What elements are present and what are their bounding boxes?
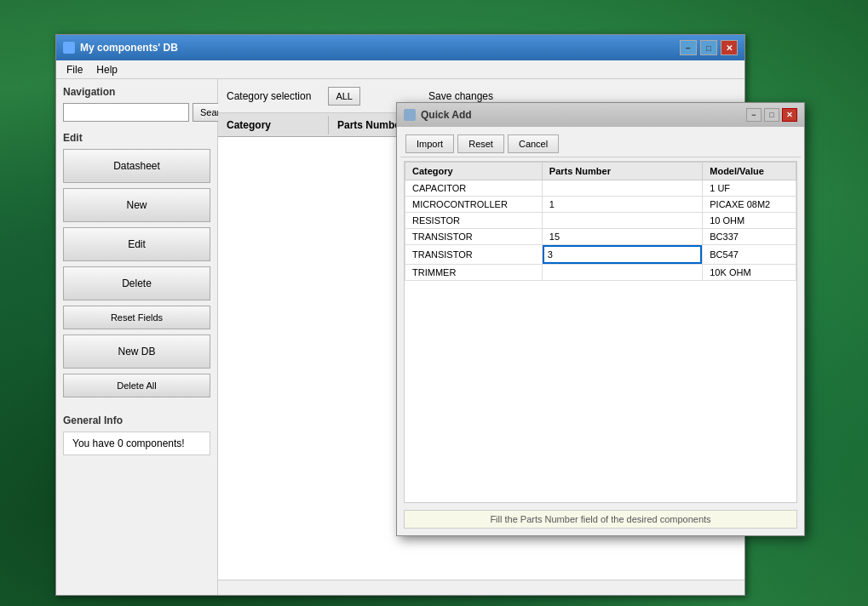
cell-category: TRANSISTOR [405,229,543,245]
hint-text: Fill the Parts Number field of the desir… [404,510,797,529]
cell-category: CAPACITOR [405,180,543,197]
cell-category: MICROCONTROLLER [405,197,543,213]
cell-parts-number [542,213,702,229]
all-button[interactable]: ALL [328,87,360,106]
table-row: TRANSISTORBC547 [405,245,796,265]
cell-model-value: PICAXE 08M2 [703,197,796,213]
cell-category: TRIMMER [405,265,543,281]
main-window-controls: − □ ✕ [680,40,738,55]
general-info-title: General Info [63,414,210,426]
modal-col-parts-number: Parts Number [542,163,702,180]
datasheet-button[interactable]: Datasheet [63,149,210,183]
cell-model-value: BC547 [703,245,796,265]
edit-button[interactable]: Edit [63,227,210,261]
category-selection-label: Category selection [227,90,311,102]
modal-window-icon [404,109,416,121]
modal-controls: − □ ✕ [746,108,797,122]
search-row: Search [63,103,210,122]
maximize-button[interactable]: □ [700,40,717,55]
cell-category: TRANSISTOR [405,245,543,265]
component-count-info: You have 0 components! [63,432,210,455]
table-row: RESISTOR10 OHM [405,213,796,229]
main-window-icon [63,42,75,54]
table-row: TRANSISTOR15BC337 [405,229,796,245]
modal-close-button[interactable]: ✕ [782,108,797,122]
cell-parts-number [542,265,702,281]
new-button[interactable]: New [63,188,210,222]
minimize-button[interactable]: − [680,40,697,55]
modal-window-title: Quick Add [421,109,472,121]
new-db-button[interactable]: New DB [63,334,210,369]
cell-model-value: BC337 [703,229,796,245]
delete-all-button[interactable]: Delete All [63,374,210,397]
component-count-message: You have 0 components! [72,437,185,449]
cell-parts-number[interactable] [542,245,702,265]
cell-category: RESISTOR [405,213,543,229]
horizontal-scrollbar[interactable] [218,580,744,595]
table-row: TRIMMER10K OHM [405,265,796,281]
save-changes-label: Save changes [428,90,493,102]
navigation-title: Navigation [63,86,210,98]
modal-toolbar: Import Reset Cancel [400,130,801,157]
cancel-button[interactable]: Cancel [508,134,559,153]
quick-add-table-container: Category Parts Number Model/Value CAPACI… [404,161,797,503]
quick-add-window: Quick Add − □ ✕ Import Reset Cancel Cate… [396,102,805,536]
modal-col-category: Category [405,163,543,180]
menu-help[interactable]: Help [89,62,124,77]
search-input[interactable] [63,103,189,122]
cell-model-value: 10 OHM [703,213,796,229]
quick-add-table: Category Parts Number Model/Value CAPACI… [405,162,796,281]
close-button[interactable]: ✕ [721,40,738,55]
modal-minimize-button[interactable]: − [746,108,762,122]
edit-title: Edit [63,132,210,144]
delete-button[interactable]: Delete [63,266,210,300]
left-panel: Navigation Search Edit Datasheet New Edi… [56,79,218,595]
main-window-title: My components' DB [80,42,178,54]
menu-bar: File Help [56,60,744,79]
main-title-bar: My components' DB − □ ✕ [56,35,744,60]
menu-file[interactable]: File [60,62,89,77]
col-header-category: Category [218,116,329,134]
modal-col-model-value: Model/Value [703,163,796,180]
reset-fields-button[interactable]: Reset Fields [63,306,210,329]
cell-parts-number [542,180,702,197]
reset-button[interactable]: Reset [457,134,504,153]
modal-maximize-button[interactable]: □ [764,108,779,122]
cell-model-value: 10K OHM [703,265,796,281]
table-row: MICROCONTROLLER1PICAXE 08M2 [405,197,796,213]
table-row: CAPACITOR1 UF [405,180,796,197]
general-info-section: General Info You have 0 components! [63,414,210,455]
cell-model-value: 1 UF [703,180,796,197]
cell-parts-number: 15 [542,229,702,245]
edit-section: Edit Datasheet New Edit Delete Reset Fie… [63,132,210,397]
cell-parts-number: 1 [542,197,702,213]
modal-title-bar: Quick Add − □ ✕ [397,103,804,127]
import-button[interactable]: Import [405,134,454,153]
modal-content: Import Reset Cancel Category Parts Numbe… [397,127,804,535]
parts-number-input[interactable] [543,245,702,264]
